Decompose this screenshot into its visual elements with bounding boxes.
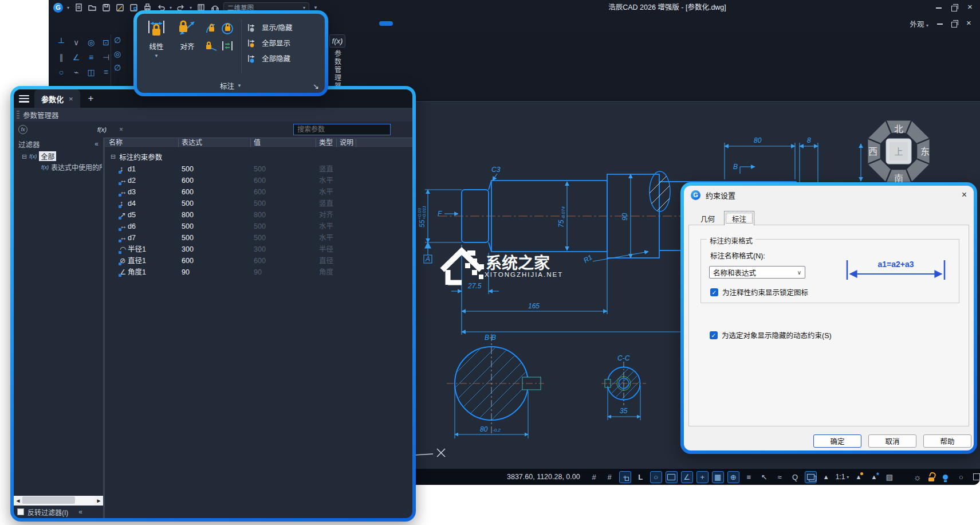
scrollbar-thumb[interactable] (22, 496, 75, 504)
smooth-constraint-icon[interactable]: ○ (54, 65, 68, 79)
param-expression[interactable]: 300 (182, 244, 194, 256)
horizontal-constraint-icon[interactable]: ≡ (84, 50, 98, 64)
new-parameter-icon[interactable]: f(x) (97, 126, 107, 133)
parameter-row[interactable]: d7 500 500 水平 (105, 233, 412, 244)
table-group-row[interactable]: 标注约束参数 (105, 151, 162, 162)
parameter-row[interactable]: 半径1 300 300 半径 (105, 244, 412, 256)
search-input[interactable] (293, 124, 391, 135)
close-button[interactable] (967, 4, 974, 11)
filter-tree-item-expressions[interactable]: f(x) 表达式中使用的所 (41, 162, 102, 172)
coincident-constraint-icon[interactable]: ┴ (54, 36, 68, 49)
col-value[interactable]: 值 (254, 138, 261, 148)
ui-lock-icon[interactable] (927, 471, 936, 483)
tree-expander-icon[interactable] (22, 152, 27, 160)
collinear-constraint-icon[interactable]: ◫ (84, 65, 98, 79)
name-format-select[interactable]: 名称和表达式 ∨ (709, 266, 805, 279)
filters-collapse-icon[interactable]: « (95, 140, 99, 148)
palette-caption-bar[interactable]: 参数管理器 (14, 108, 412, 122)
annotation-scale-control[interactable]: 1:1▾ (836, 473, 849, 481)
appearance-menu[interactable]: 外观 ▾ (910, 18, 928, 29)
col-expression[interactable]: 表达式 (182, 138, 202, 148)
hide-all-constraints-icon[interactable]: ∅ (114, 63, 121, 72)
undo-caret-icon[interactable]: ▾ (170, 5, 172, 10)
concentric-constraint-icon[interactable]: ◎ (84, 36, 98, 49)
ribbon-tab[interactable] (379, 21, 393, 26)
lock-option-checkbox[interactable] (710, 288, 718, 296)
cancel-button[interactable]: 取消 (868, 434, 916, 448)
app-logo-icon[interactable]: G (53, 3, 63, 13)
redo-caret-icon[interactable]: ▾ (190, 5, 192, 10)
parameter-row[interactable]: d2 600 600 水平 (105, 175, 412, 187)
transparency-icon[interactable] (774, 471, 786, 483)
palette-grip[interactable] (17, 111, 19, 119)
save-as-icon[interactable] (115, 3, 124, 13)
param-expression[interactable]: 500 (182, 221, 194, 233)
palette-tab-parametric[interactable]: 参数化 × (34, 89, 80, 108)
dialog-close-icon[interactable]: × (962, 190, 967, 200)
hide-constraints-icon[interactable]: ∅ (114, 36, 121, 45)
dynamic-input-icon[interactable] (666, 471, 678, 483)
hardware-acceleration-icon[interactable] (805, 471, 817, 483)
open-file-icon[interactable] (87, 3, 97, 13)
settings-gear-icon[interactable] (911, 471, 923, 483)
workspace-list-icon[interactable] (883, 471, 895, 483)
param-expression[interactable]: 600 (182, 175, 194, 187)
parameter-row[interactable]: d4 500 500 竖直 (105, 198, 412, 210)
lineweight-icon[interactable] (743, 471, 755, 483)
snap-grid-icon[interactable] (712, 471, 724, 483)
show-lock-icon-option[interactable]: 为注释性约束显示锁定图标 (710, 287, 808, 297)
selection-cycling-icon[interactable] (758, 471, 770, 483)
restore-button[interactable] (951, 4, 958, 11)
dialog-tab-dimension[interactable]: 标注 (724, 211, 754, 225)
annotation-visibility-icon[interactable] (852, 471, 864, 483)
parameter-row[interactable]: d5 800 800 对齐 (105, 210, 412, 221)
clean-screen-icon[interactable] (970, 471, 980, 483)
show-hidden-constraints-option[interactable]: 为选定对象显示隐藏的动态约束(S) (710, 330, 832, 340)
show-constraints-icon[interactable]: ◎ (114, 49, 121, 58)
hidden-option-checkbox[interactable] (710, 331, 718, 339)
dialog-title-bar[interactable]: G 约束设置 × (684, 186, 974, 204)
param-expression[interactable]: 90 (182, 267, 190, 279)
doc-close-button[interactable] (966, 20, 973, 27)
visibility-list-item[interactable]: 显示/隐藏 (247, 19, 325, 35)
ok-button[interactable]: 确定 (813, 434, 861, 448)
parameter-row[interactable]: 直径1 600 600 直径 (105, 256, 412, 267)
angular-constraint-icon[interactable] (204, 22, 219, 38)
invert-filter-checkbox[interactable] (17, 508, 24, 515)
export-icon[interactable] (128, 3, 138, 13)
delete-parameter-icon[interactable]: × (119, 126, 123, 134)
app-menu-caret-icon[interactable]: ▾ (67, 5, 69, 10)
object-snap-icon[interactable] (619, 471, 631, 483)
scroll-left-icon[interactable]: ◄ (14, 497, 22, 504)
doc-minimize-button[interactable] (936, 20, 943, 27)
scroll-right-icon[interactable]: ► (95, 497, 103, 504)
invert-collapse-icon[interactable]: « (78, 508, 82, 516)
parallel-constraint-icon[interactable]: ∥ (54, 50, 68, 64)
quick-zoom-icon[interactable] (789, 471, 801, 483)
aligned-constraint-button[interactable]: 对齐 (172, 18, 202, 52)
filter-tree-item-all[interactable]: f(x) 全部 (22, 151, 56, 161)
linear-constraint-button[interactable]: 线性 ▼ (141, 18, 171, 58)
col-type[interactable]: 类型 (319, 138, 333, 148)
grid-display-icon[interactable] (604, 471, 616, 483)
object-snap-tracking-icon[interactable] (696, 471, 709, 483)
parameter-row[interactable]: d3 600 600 水平 (105, 187, 412, 198)
param-expression[interactable]: 800 (182, 210, 194, 221)
annotation-auto-scale-icon[interactable] (868, 471, 880, 483)
radius-constraint-icon[interactable] (204, 39, 219, 55)
perpendicular-constraint-icon[interactable]: ∨ (69, 36, 83, 49)
panel-title-bar[interactable]: 标注 ▼ (137, 79, 325, 92)
center-snap-icon[interactable] (727, 471, 739, 483)
palette-menu-icon[interactable] (19, 95, 29, 103)
snap-mode-icon[interactable] (588, 471, 600, 483)
visibility-list-item[interactable]: 全部显示 (247, 35, 325, 50)
isolate-objects-icon[interactable] (939, 471, 951, 483)
new-file-icon[interactable] (73, 3, 83, 13)
parameter-row[interactable]: d6 500 500 水平 (105, 221, 412, 233)
palette-new-tab-icon[interactable]: + (88, 93, 94, 104)
panel-dialog-launcher-icon[interactable]: ↘ (313, 82, 319, 91)
palette-tab-close-icon[interactable]: × (69, 95, 73, 103)
dialog-tab-geometry[interactable]: 几何 (693, 212, 722, 225)
convert-constraint-icon[interactable] (221, 39, 235, 55)
minimize-button[interactable] (935, 4, 942, 11)
